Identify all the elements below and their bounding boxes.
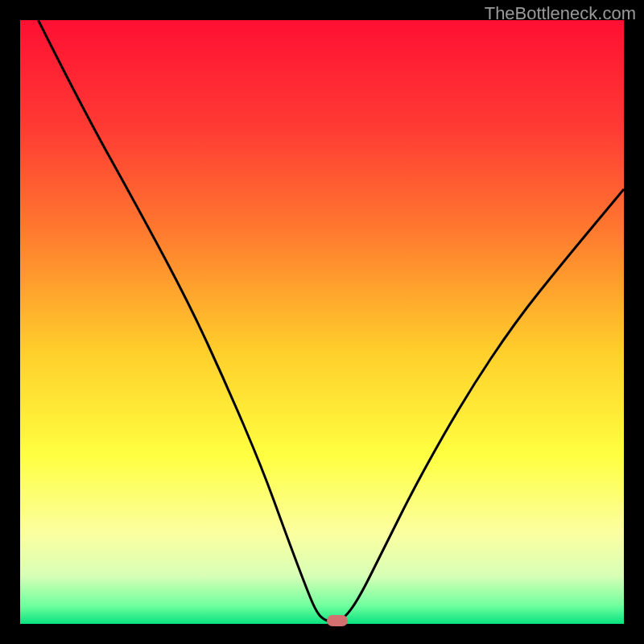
chart-svg xyxy=(20,20,624,624)
watermark-text: TheBottleneck.com xyxy=(485,3,636,24)
chart-background xyxy=(20,20,624,624)
plot-area xyxy=(20,20,624,624)
chart-frame: TheBottleneck.com xyxy=(0,0,644,644)
optimal-point-marker xyxy=(327,615,348,626)
